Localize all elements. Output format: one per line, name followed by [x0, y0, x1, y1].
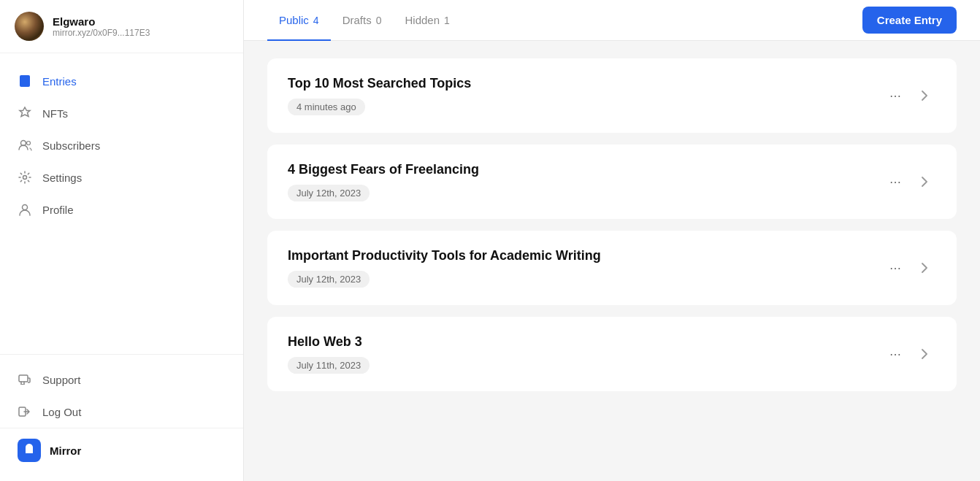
- entry-actions: ⋯: [884, 84, 936, 107]
- entries-icon: [18, 74, 32, 88]
- entries-list: Top 10 Most Searched Topics 4 minutes ag…: [244, 41, 980, 481]
- settings-icon: [18, 170, 32, 185]
- sidebar-item-logout-label: Log Out: [42, 406, 81, 418]
- entry-card[interactable]: Important Productivity Tools for Academi…: [267, 231, 957, 305]
- entry-card[interactable]: Top 10 Most Searched Topics 4 minutes ag…: [267, 58, 957, 133]
- entry-more-button[interactable]: ⋯: [884, 170, 907, 193]
- svg-point-4: [23, 205, 28, 210]
- sidebar-item-entries-label: Entries: [42, 75, 77, 88]
- mirror-label: Mirror: [50, 445, 81, 457]
- sidebar-item-support-label: Support: [42, 374, 81, 386]
- entry-title: Hello Web 3: [288, 334, 884, 350]
- entry-info: Important Productivity Tools for Academi…: [288, 248, 884, 288]
- support-icon: [18, 372, 32, 387]
- entry-actions: ⋯: [884, 256, 936, 280]
- tabs: Public 4 Drafts 0 Hidden 1: [267, 0, 462, 40]
- sidebar-item-subscribers-label: Subscribers: [42, 139, 100, 152]
- sidebar-item-support[interactable]: Support: [0, 363, 243, 396]
- entry-date: July 11th, 2023: [288, 357, 370, 374]
- user-address: mirror.xyz/0x0F9...117E3: [53, 28, 150, 38]
- entry-date: July 12th, 2023: [288, 271, 370, 288]
- entry-more-button[interactable]: ⋯: [884, 84, 907, 107]
- logout-icon: [18, 404, 32, 419]
- entry-info: Hello Web 3 July 11th, 2023: [288, 334, 884, 374]
- entry-title: 4 Biggest Fears of Freelancing: [288, 162, 884, 177]
- sidebar-item-settings-label: Settings: [42, 172, 82, 184]
- sidebar-header: Elgwaro mirror.xyz/0x0F9...117E3: [0, 0, 243, 53]
- tab-public-count: 4: [313, 15, 319, 26]
- mirror-logo-icon: [18, 439, 41, 462]
- entry-date: 4 minutes ago: [288, 99, 365, 115]
- sidebar-item-settings[interactable]: Settings: [0, 161, 243, 193]
- entry-info: Top 10 Most Searched Topics 4 minutes ag…: [288, 76, 884, 115]
- entry-title: Important Productivity Tools for Academi…: [288, 248, 884, 263]
- nfts-icon: [18, 106, 32, 120]
- entry-date: July 12th, 2023: [288, 185, 370, 201]
- entry-chevron-button[interactable]: [913, 256, 936, 280]
- entry-chevron-button[interactable]: [913, 170, 936, 193]
- subscribers-icon: [18, 138, 32, 153]
- sidebar-item-nfts[interactable]: NFTs: [0, 97, 243, 129]
- entry-card[interactable]: 4 Biggest Fears of Freelancing July 12th…: [267, 145, 957, 219]
- entry-card[interactable]: Hello Web 3 July 11th, 2023 ⋯: [267, 317, 957, 391]
- tab-public[interactable]: Public 4: [267, 1, 331, 41]
- sidebar-item-profile[interactable]: Profile: [0, 193, 243, 226]
- tab-drafts-count: 0: [376, 15, 382, 26]
- sidebar-item-profile-label: Profile: [42, 204, 74, 216]
- entry-chevron-button[interactable]: [913, 342, 936, 366]
- sidebar-item-logout[interactable]: Log Out: [0, 396, 243, 428]
- sidebar-bottom: Support Log Out Mirror: [0, 354, 243, 481]
- sidebar-item-entries[interactable]: Entries: [0, 65, 243, 97]
- sidebar-item-nfts-label: NFTs: [42, 107, 68, 120]
- svg-rect-0: [20, 75, 30, 87]
- sidebar-item-subscribers[interactable]: Subscribers: [0, 129, 243, 161]
- username: Elgwaro: [53, 15, 150, 28]
- svg-point-2: [27, 142, 31, 145]
- entry-chevron-button[interactable]: [913, 84, 936, 107]
- entry-more-button[interactable]: ⋯: [884, 256, 907, 280]
- tab-public-label: Public: [279, 14, 309, 26]
- tab-hidden-count: 1: [444, 15, 450, 26]
- main-header: Public 4 Drafts 0 Hidden 1 Create Entry: [244, 0, 980, 41]
- entry-actions: ⋯: [884, 170, 936, 193]
- avatar: [15, 12, 44, 41]
- entry-info: 4 Biggest Fears of Freelancing July 12th…: [288, 162, 884, 201]
- tab-drafts-label: Drafts: [342, 14, 372, 26]
- tab-drafts[interactable]: Drafts 0: [331, 1, 394, 41]
- sidebar: Elgwaro mirror.xyz/0x0F9...117E3 Entries…: [0, 0, 244, 481]
- tab-hidden-label: Hidden: [405, 14, 440, 26]
- entry-actions: ⋯: [884, 342, 936, 366]
- entry-more-button[interactable]: ⋯: [884, 342, 907, 366]
- svg-point-3: [23, 176, 27, 180]
- svg-rect-5: [19, 375, 28, 382]
- profile-icon: [18, 202, 32, 217]
- user-info: Elgwaro mirror.xyz/0x0F9...117E3: [53, 15, 150, 38]
- sidebar-nav: Entries NFTs Subscribers: [0, 53, 243, 354]
- svg-rect-6: [20, 384, 25, 385]
- entry-title: Top 10 Most Searched Topics: [288, 76, 884, 91]
- main-content: Public 4 Drafts 0 Hidden 1 Create Entry …: [244, 0, 980, 481]
- tab-hidden[interactable]: Hidden 1: [393, 1, 461, 41]
- mirror-branding[interactable]: Mirror: [0, 428, 243, 472]
- create-entry-button[interactable]: Create Entry: [862, 7, 957, 34]
